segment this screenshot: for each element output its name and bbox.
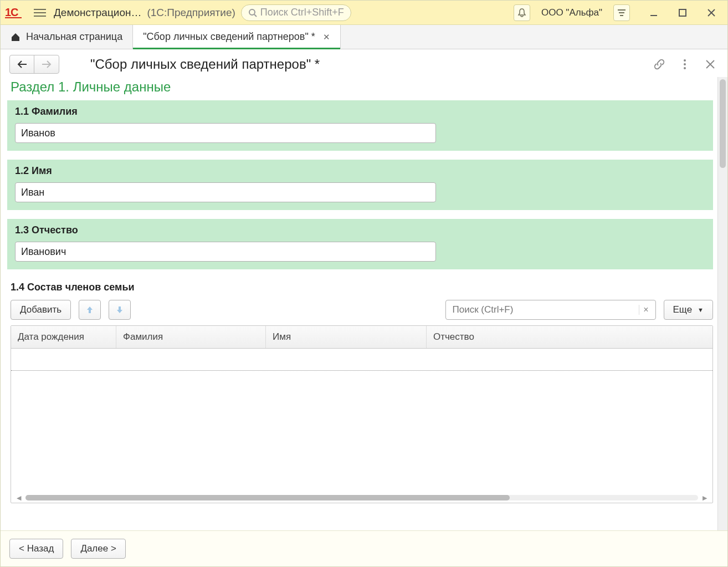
table-horizontal-scrollbar[interactable]: ◀ ▶ xyxy=(11,493,712,503)
table-search-clear-button[interactable]: × xyxy=(639,305,653,315)
app-subtitle: (1С:Предприятие) xyxy=(147,7,235,19)
field-block-surname: 1.1 Фамилия xyxy=(7,100,713,151)
arrow-right-icon xyxy=(42,60,52,68)
close-page-button[interactable] xyxy=(702,56,719,73)
dots-vertical-icon xyxy=(684,59,686,69)
arrow-up-icon xyxy=(86,305,94,314)
family-composition-heading: 1.4 Состав членов семьи xyxy=(7,278,717,300)
scroll-left-icon[interactable]: ◀ xyxy=(16,494,22,502)
app-title: Демонстрацион… xyxy=(54,7,141,19)
title-bar: 1C Демонстрацион… (1С:Предприятие) Поиск… xyxy=(1,1,727,25)
svg-line-3 xyxy=(254,14,257,17)
nav-back-button[interactable] xyxy=(10,55,34,73)
search-icon xyxy=(248,8,257,17)
nav-forward-button[interactable] xyxy=(34,55,59,73)
table-body[interactable] xyxy=(11,349,712,493)
svg-point-11 xyxy=(684,59,686,62)
content-scroll-area: Раздел 1. Личные данные 1.1 Фамилия 1.2 … xyxy=(1,77,727,530)
scroll-thumb[interactable] xyxy=(25,495,510,500)
move-up-button[interactable] xyxy=(79,300,101,320)
settings-toggle-button[interactable] xyxy=(613,4,630,21)
nav-history-buttons xyxy=(9,55,59,74)
column-surname[interactable]: Фамилия xyxy=(116,326,266,348)
field-label-name: 1.2 Имя xyxy=(15,165,705,177)
wizard-next-button[interactable]: Далее > xyxy=(71,539,125,559)
link-icon xyxy=(654,59,665,70)
tab-partner-data[interactable]: "Сбор личных сведений партнеров" * ✕ xyxy=(133,25,341,49)
close-icon xyxy=(706,60,715,69)
svg-point-12 xyxy=(684,63,686,65)
svg-point-2 xyxy=(249,9,255,15)
table-search-input[interactable] xyxy=(452,304,639,316)
table-search-box[interactable]: × xyxy=(445,300,656,320)
svg-text:1C: 1C xyxy=(5,7,18,18)
page-toolbar: "Сбор личных сведений партнеров" * xyxy=(1,49,727,77)
tab-partner-data-label: "Сбор личных сведений партнеров" * xyxy=(143,31,315,43)
column-name[interactable]: Имя xyxy=(266,326,427,348)
field-label-patronymic: 1.3 Отчество xyxy=(15,224,705,236)
svg-rect-8 xyxy=(679,9,686,16)
field-block-name: 1.2 Имя xyxy=(7,160,713,210)
scroll-track[interactable] xyxy=(25,495,698,500)
app-window: 1C Демонстрацион… (1С:Предприятие) Поиск… xyxy=(0,0,728,567)
page-title: "Сбор личных сведений партнеров" * xyxy=(63,57,642,72)
close-window-button[interactable] xyxy=(705,7,717,19)
hamburger-menu-icon[interactable] xyxy=(34,7,46,19)
patronymic-input[interactable] xyxy=(15,242,436,262)
link-button[interactable] xyxy=(651,56,668,73)
maximize-button[interactable] xyxy=(676,7,689,19)
chevron-down-icon: ▼ xyxy=(698,307,704,313)
move-down-button[interactable] xyxy=(109,300,131,320)
wizard-footer: < Назад Далее > xyxy=(1,530,727,566)
table-header: Дата рождения Фамилия Имя Отчество xyxy=(11,326,712,349)
filter-lines-icon xyxy=(617,9,626,17)
tab-close-icon[interactable]: ✕ xyxy=(323,32,330,42)
svg-point-13 xyxy=(684,67,686,69)
column-patronymic[interactable]: Отчество xyxy=(427,326,712,348)
family-table: Дата рождения Фамилия Имя Отчество ◀ ▶ xyxy=(11,325,713,503)
bell-icon xyxy=(517,8,526,17)
column-dob[interactable]: Дата рождения xyxy=(11,326,116,348)
more-actions-button[interactable]: Еще ▼ xyxy=(664,300,713,320)
field-block-patronymic: 1.3 Отчество xyxy=(7,219,713,269)
notifications-button[interactable] xyxy=(514,4,530,21)
name-input[interactable] xyxy=(15,182,436,202)
vertical-scroll-thumb[interactable] xyxy=(720,79,726,168)
content: Раздел 1. Личные данные 1.1 Фамилия 1.2 … xyxy=(1,77,717,530)
tab-home-label: Начальная страница xyxy=(26,31,122,43)
wizard-back-button[interactable]: < Назад xyxy=(9,539,63,559)
table-row[interactable] xyxy=(11,349,712,371)
section-heading: Раздел 1. Личные данные xyxy=(7,77,717,100)
company-selector[interactable]: ООО "Альфа" xyxy=(536,4,608,21)
tab-bar: Начальная страница "Сбор личных сведений… xyxy=(1,25,727,49)
logo-1c-icon: 1C xyxy=(5,7,24,18)
vertical-scrollbar[interactable] xyxy=(717,77,727,530)
global-search-input[interactable]: Поиск Ctrl+Shift+F xyxy=(241,4,351,21)
arrow-down-icon xyxy=(116,305,124,314)
add-row-button[interactable]: Добавить xyxy=(11,300,71,320)
surname-input[interactable] xyxy=(15,123,436,143)
field-label-surname: 1.1 Фамилия xyxy=(15,106,705,118)
more-menu-button[interactable] xyxy=(676,56,693,73)
window-controls xyxy=(648,7,717,19)
minimize-button[interactable] xyxy=(648,7,660,19)
home-icon xyxy=(11,32,20,42)
tab-home[interactable]: Начальная страница xyxy=(1,25,133,49)
table-toolbar: Добавить × Еще ▼ xyxy=(7,300,717,325)
search-placeholder: Поиск Ctrl+Shift+F xyxy=(260,7,344,18)
arrow-left-icon xyxy=(17,60,27,68)
scroll-right-icon[interactable]: ▶ xyxy=(701,494,708,502)
